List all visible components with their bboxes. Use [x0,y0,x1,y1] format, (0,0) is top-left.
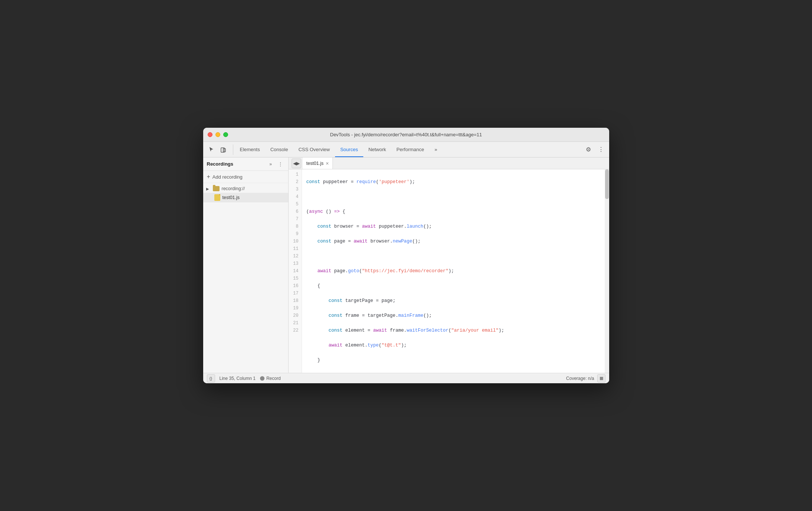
code-line-3: (async () => { [306,208,609,215]
add-recording-button[interactable]: + Add recording [203,171,288,183]
sidebar-title: Recordings [207,161,267,167]
code-line-14: { [306,371,609,373]
toggle-sidebar-icon[interactable]: ◀▶ [292,159,301,168]
tree-folder-recording[interactable]: ▶ recording:// [203,185,288,193]
sidebar: Recordings » ⋮ + Add recording ▶ recordi… [203,157,289,373]
record-label[interactable]: Record [266,376,281,381]
minimize-button[interactable] [215,132,220,137]
folder-icon [213,186,220,191]
settings-button[interactable]: ⚙ [583,144,594,155]
traffic-lights [208,132,228,137]
status-right: Coverage: n/a ▦ [566,374,605,383]
window-title: DevTools - jec.fyi/demo/recorder?email=t… [330,132,482,137]
scrollbar-thumb[interactable] [605,169,609,199]
file-icon [214,194,220,201]
devtools-window: DevTools - jec.fyi/demo/recorder?email=t… [203,128,609,383]
folder-arrow-icon: ▶ [206,187,211,191]
sidebar-header: Recordings » ⋮ [203,157,288,171]
tree-file-test01[interactable]: test01.js [203,193,288,202]
tab-sources[interactable]: Sources [335,142,363,157]
code-line-13: } [306,357,609,364]
vertical-scrollbar[interactable] [605,169,609,373]
toolbar-right: ⚙ ⋮ [583,144,606,155]
toolbar: Elements Console CSS Overview Sources Ne… [203,142,609,157]
code-line-1: const puppeteer = require('puppeteer'); [306,178,609,186]
layout-icon[interactable]: ▦ [597,374,605,383]
code-content: const puppeteer = require('puppeteer'); … [302,169,609,373]
code-line-4: const browser = await puppeteer.launch()… [306,223,609,230]
tab-elements[interactable]: Elements [235,142,265,157]
code-line-5: const page = await browser.newPage(); [306,238,609,245]
status-bar: {} Line 35, Column 1 Record Coverage: n/… [203,373,609,383]
code-area: ◀▶ test01.js × 1 2 3 4 5 6 7 8 9 10 [289,157,609,373]
folder-name: recording:// [222,186,245,191]
code-line-2 [306,193,609,201]
more-options-button[interactable]: ⋮ [596,144,606,155]
sidebar-more-tabs-button[interactable]: » [267,160,275,168]
add-recording-label: Add recording [212,174,243,180]
close-tab-icon[interactable]: × [326,161,329,166]
line-numbers: 1 2 3 4 5 6 7 8 9 10 11 12 13 14 15 16 1 [289,169,302,373]
tab-console[interactable]: Console [265,142,293,157]
status-left: {} Line 35, Column 1 Record [207,374,281,383]
code-line-11: const element = await frame.waitForSelec… [306,327,609,334]
more-tabs-button[interactable]: » [429,142,442,157]
main-layout: Recordings » ⋮ + Add recording ▶ recordi… [203,157,609,373]
cursor-position: Line 35, Column 1 [220,376,256,381]
code-line-10: const frame = targetPage.mainFrame(); [306,312,609,319]
tab-network[interactable]: Network [363,142,392,157]
close-button[interactable] [208,132,212,137]
file-tree: ▶ recording:// test01.js [203,183,288,373]
code-tab-filename: test01.js [306,161,324,166]
code-line-8: { [306,282,609,290]
format-code-button[interactable]: {} [207,374,215,383]
format-code-label: {} [210,376,212,381]
code-line-6 [306,253,609,260]
file-name: test01.js [223,195,240,200]
coverage-label: Coverage: n/a [566,376,594,381]
tab-performance[interactable]: Performance [391,142,429,157]
plus-icon: + [207,173,210,180]
titlebar: DevTools - jec.fyi/demo/recorder?email=t… [203,128,609,142]
code-line-9: const targetPage = page; [306,297,609,305]
cursor-icon[interactable] [206,144,217,155]
code-editor[interactable]: 1 2 3 4 5 6 7 8 9 10 11 12 13 14 15 16 1 [289,169,609,373]
tab-css-overview[interactable]: CSS Overview [293,142,335,157]
code-line-7: await page.goto("https://jec.fyi/demo/re… [306,267,609,275]
code-line-12: await element.type("t@t.t"); [306,342,609,349]
toolbar-left-icons [206,144,233,155]
code-tabs: ◀▶ test01.js × [289,157,609,169]
sidebar-header-icons: » ⋮ [267,160,285,168]
device-icon[interactable] [218,144,228,155]
sidebar-menu-button[interactable]: ⋮ [276,160,285,168]
fullscreen-button[interactable] [223,132,228,137]
code-tab-test01[interactable]: test01.js × [303,157,333,169]
tab-navigation: Elements Console CSS Overview Sources Ne… [235,142,583,157]
record-dot-icon: Record [260,376,281,381]
